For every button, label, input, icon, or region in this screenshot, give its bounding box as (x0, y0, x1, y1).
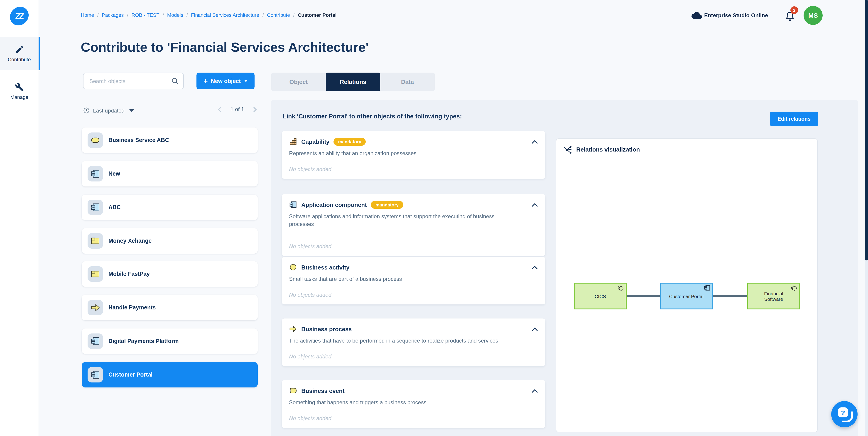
breadcrumb-packages[interactable]: Packages (102, 12, 124, 18)
breadcrumb-contribute[interactable]: Contribute (267, 12, 290, 18)
edit-relations-button[interactable]: Edit relations (770, 112, 818, 126)
page-scrollbar[interactable] (865, 0, 868, 436)
system-software-icon (617, 284, 624, 292)
tab-bar: Object Relations Data (271, 72, 435, 91)
relation-edge (627, 295, 660, 297)
cloud-icon (691, 11, 702, 19)
scrollbar-thumb[interactable] (865, 0, 868, 260)
type-card-application-component: Application component mandatory Software… (282, 194, 546, 256)
sidebar-item-label: Manage (10, 94, 28, 100)
new-object-button[interactable]: + New object (196, 72, 254, 89)
search-icon[interactable] (171, 77, 179, 85)
type-name: Capability (301, 138, 330, 145)
list-item-abc[interactable]: ABC (82, 195, 258, 220)
business-service-icon (88, 132, 103, 148)
node-label: Financial Software (757, 290, 790, 302)
chevron-down-icon (244, 80, 248, 82)
list-item-customer-portal[interactable]: Customer Portal (82, 362, 258, 387)
new-object-label: New object (211, 78, 241, 84)
wrench-icon (15, 83, 24, 92)
relations-heading: Link 'Customer Portal' to other objects … (283, 113, 462, 120)
chevron-down-icon (129, 109, 134, 112)
network-graph-icon (563, 145, 572, 154)
type-name: Application component (301, 201, 367, 208)
list-item-label: ABC (108, 204, 121, 211)
chevron-up-icon[interactable] (531, 326, 538, 332)
tab-object[interactable]: Object (271, 72, 326, 91)
tab-relations[interactable]: Relations (326, 72, 380, 91)
type-description: Represents an ability that an organizati… (289, 150, 521, 157)
system-software-icon (790, 284, 798, 292)
empty-state-text: No objects added (289, 415, 332, 422)
app-logo[interactable]: ZZ (9, 7, 30, 25)
application-component-icon (88, 367, 103, 382)
type-description: The activities that have to be performed… (289, 337, 521, 345)
visualization-title: Relations visualization (576, 146, 640, 153)
list-item-handle-payments[interactable]: Handle Payments (82, 295, 258, 320)
avatar[interactable]: MS (804, 6, 823, 25)
list-item-label: Mobile FastPay (108, 271, 150, 277)
list-item-label: Handle Payments (108, 305, 156, 311)
sidebar: ZZ Contribute Manage (0, 0, 39, 436)
list-item-digital-payments-platform[interactable]: Digital Payments Platform (82, 329, 258, 354)
type-card-business-activity: Business activity Small tasks that are p… (282, 257, 546, 305)
breadcrumb-separator: / (186, 12, 188, 18)
list-item-money-xchange[interactable]: Money Xchange (82, 228, 258, 254)
type-name: Business event (301, 387, 345, 394)
list-item-business-service-abc[interactable]: Business Service ABC (82, 127, 258, 153)
list-item-label: New (108, 170, 120, 177)
node-label: Customer Portal (669, 293, 704, 299)
sidebar-item-contribute[interactable]: Contribute (0, 37, 40, 70)
search-input[interactable] (89, 73, 172, 89)
application-component-icon (88, 199, 103, 215)
sort-dropdown[interactable]: Last updated (83, 107, 134, 114)
breadcrumb-separator: / (97, 12, 99, 18)
help-icon: ? (838, 407, 851, 421)
next-page-icon[interactable] (253, 106, 258, 112)
diagram-node-financial-software[interactable]: Financial Software (747, 283, 800, 309)
list-item-mobile-fastpay[interactable]: Mobile FastPay (82, 261, 258, 287)
tab-data[interactable]: Data (380, 72, 435, 91)
chevron-up-icon[interactable] (531, 265, 538, 270)
chevron-up-icon[interactable] (531, 388, 538, 393)
mandatory-badge: mandatory (371, 201, 403, 209)
application-component-icon (88, 334, 103, 349)
list-item-label: Money Xchange (108, 238, 152, 244)
breadcrumb-separator: / (293, 12, 294, 18)
search-box (83, 72, 184, 89)
diagram-node-cics[interactable]: CICS (574, 283, 627, 309)
product-icon (88, 233, 103, 249)
empty-state-text: No objects added (289, 243, 332, 250)
help-chat-button[interactable]: ? (831, 401, 858, 427)
product-icon (88, 266, 103, 282)
breadcrumb-models[interactable]: Models (167, 12, 183, 18)
breadcrumb-separator: / (127, 12, 128, 18)
type-name: Business process (301, 325, 352, 332)
type-description: Something that happens and triggers a bu… (289, 399, 521, 406)
chevron-up-icon[interactable] (531, 139, 538, 144)
mandatory-badge: mandatory (334, 138, 366, 146)
breadcrumb-home[interactable]: Home (81, 12, 94, 18)
relations-visualization-card: Relations visualization CICS Customer Po… (556, 138, 818, 432)
empty-state-text: No objects added (289, 292, 332, 298)
breadcrumb-financial-services-architecture[interactable]: Financial Services Architecture (191, 12, 259, 18)
empty-state-text: No objects added (289, 166, 332, 173)
type-card-capability: Capability mandatory Represents an abili… (282, 131, 546, 179)
breadcrumb-current: Customer Portal (298, 12, 336, 18)
list-item-new[interactable]: New (82, 161, 258, 186)
relation-edge (713, 295, 747, 297)
type-card-business-process: Business process The activities that hav… (282, 318, 546, 366)
capability-icon (289, 137, 297, 146)
chevron-up-icon[interactable] (531, 202, 538, 207)
node-label: CICS (595, 293, 606, 299)
type-name: Business activity (301, 264, 349, 271)
prev-page-icon[interactable] (217, 106, 222, 112)
business-process-icon (88, 300, 103, 315)
type-card-business-event: Business event Something that happens an… (282, 380, 546, 428)
type-description: Small tasks that are part of a business … (289, 275, 521, 283)
plus-icon: + (204, 77, 208, 85)
application-component-icon (88, 166, 103, 182)
breadcrumb-rob-test[interactable]: ROB - TEST (132, 12, 159, 18)
diagram-node-customer-portal[interactable]: Customer Portal (660, 283, 713, 309)
sidebar-item-manage[interactable]: Manage (0, 80, 38, 103)
